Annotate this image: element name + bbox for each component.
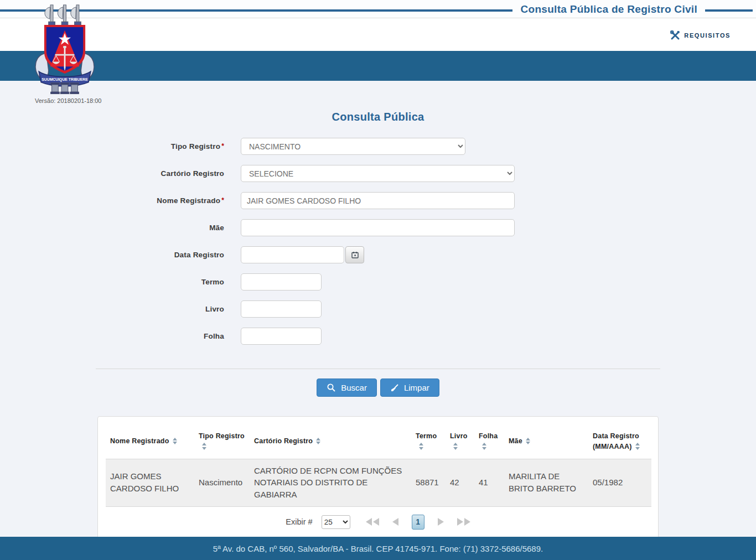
page-1-button[interactable]: 1 [412, 515, 424, 530]
folha-label: Folha [0, 328, 224, 340]
footer-bar: 5ª Av. do CAB, nº 560, Salvador/BA - Bra… [0, 537, 756, 560]
cell-mae: MARILITA DE BRITO BARRETO [504, 459, 588, 506]
folha-input[interactable] [241, 328, 322, 345]
tools-icon [670, 30, 680, 40]
top-strip: Consulta Pública de Registro Civil [0, 0, 756, 18]
required-asterisk: * [221, 196, 224, 204]
column-header-folha[interactable]: Folha [474, 424, 504, 459]
page-size-select[interactable]: 25 [322, 515, 350, 529]
sort-icon [482, 443, 486, 450]
mae-input[interactable] [241, 219, 515, 236]
sort-icon [173, 438, 177, 445]
cell-data-registro: 05/1982 [588, 459, 651, 506]
footer-address: 5ª Av. do CAB, nº 560, Salvador/BA - Bra… [213, 544, 543, 553]
sort-icon [316, 438, 320, 445]
calendar-icon [351, 251, 359, 258]
sort-icon [202, 443, 206, 450]
next-page-button[interactable] [438, 518, 444, 526]
page-title: Consulta Pública [0, 111, 756, 123]
column-header-cartorio-registro[interactable]: Cartório Registro [250, 424, 411, 459]
form-divider [96, 369, 660, 369]
column-header-livro[interactable]: Livro [446, 424, 474, 459]
results-table: Nome Registrado Tipo Registro Cartório R… [106, 424, 651, 507]
data-registro-input[interactable] [241, 246, 344, 263]
data-registro-label: Data Registro [0, 246, 224, 259]
required-asterisk: * [221, 142, 224, 150]
version-text: Versão: 20180201-18:00 [35, 97, 102, 104]
termo-input[interactable] [241, 273, 322, 291]
results-panel: Nome Registrado Tipo Registro Cartório R… [97, 416, 659, 541]
header-band [0, 51, 756, 81]
logo-motto: SUUMCUIQUE TRIBUERE [42, 77, 88, 82]
sort-icon [635, 443, 640, 450]
cell-termo: 58871 [411, 459, 446, 506]
cell-cartorio-registro: CARTÓRIO DE RCPN COM FUNÇÕES NOTARIAIS D… [250, 459, 411, 506]
previous-page-button[interactable] [392, 518, 398, 526]
mae-label: Mãe [0, 219, 224, 232]
cartorio-registro-label: Cartório Registro [0, 165, 224, 178]
column-header-data-registro[interactable]: Data Registro (MM/AAAA) [588, 424, 651, 459]
termo-label: Termo [0, 273, 224, 286]
column-header-mae[interactable]: Mãe [504, 424, 588, 459]
cell-nome-registrado: JAIR GOMES CARDOSO FILHO [106, 459, 194, 506]
search-icon [327, 383, 336, 392]
column-header-nome-registrado[interactable]: Nome Registrado [106, 424, 194, 459]
cartorio-registro-select[interactable]: SELECIONE [241, 165, 515, 182]
sort-icon [453, 443, 458, 450]
cell-tipo-registro: Nascimento [194, 459, 250, 506]
app-title: Consulta Pública de Registro Civil [512, 3, 705, 15]
last-page-button[interactable] [457, 518, 470, 526]
requisitos-link[interactable]: REQUISITOS [670, 30, 731, 40]
livro-input[interactable] [241, 300, 322, 318]
first-page-button[interactable] [366, 518, 379, 526]
column-header-tipo-registro[interactable]: Tipo Registro [194, 424, 250, 459]
pagination: Exibir # 25 1 [106, 507, 650, 535]
nome-registrado-label: Nome Registrado* [0, 192, 224, 205]
requisitos-label: REQUISITOS [684, 32, 731, 39]
nome-registrado-input[interactable] [241, 192, 515, 209]
table-row: JAIR GOMES CARDOSO FILHO Nascimento CART… [106, 459, 651, 506]
buscar-button[interactable]: Buscar [317, 378, 377, 397]
livro-label: Livro [0, 300, 224, 313]
tipo-registro-select[interactable]: NASCIMENTO [241, 138, 465, 155]
limpar-button[interactable]: Limpar [380, 378, 439, 397]
column-header-termo[interactable]: Termo [411, 424, 446, 459]
calendar-button[interactable] [345, 246, 364, 263]
tj-ba-logo: SUUMCUIQUE TRIBUERE [32, 2, 97, 97]
main-content: Consulta Pública Tipo Registro* NASCIMEN… [0, 81, 756, 541]
cell-folha: 41 [474, 459, 504, 506]
tipo-registro-label: Tipo Registro* [0, 138, 224, 151]
broom-icon [390, 383, 399, 392]
secondary-bar: REQUISITOS [0, 18, 756, 51]
exibir-label: Exibir # [286, 517, 312, 526]
sort-icon [419, 443, 423, 450]
sort-icon [526, 438, 530, 445]
cell-livro: 42 [446, 459, 474, 506]
axes [45, 5, 81, 26]
